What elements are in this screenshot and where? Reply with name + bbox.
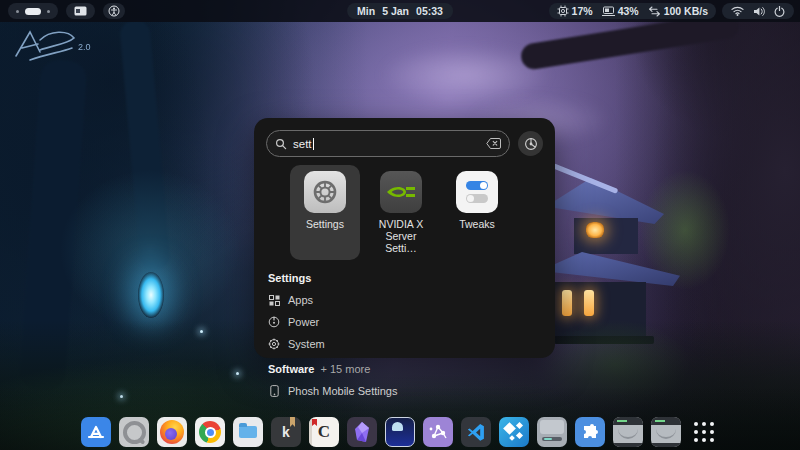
result-nvidia-settings[interactable]: NVIDIA X Server Setti… bbox=[366, 165, 436, 260]
workspace-dot bbox=[47, 10, 50, 13]
search-query-text: sett bbox=[293, 138, 312, 150]
search-results: Settings NVIDIA X Server Setti… Tweaks bbox=[290, 165, 555, 260]
network-speed: 100 KB/s bbox=[664, 5, 708, 17]
clock[interactable]: Min 5 Jan 05:33 bbox=[347, 3, 453, 19]
result-settings[interactable]: Settings bbox=[290, 165, 360, 260]
settings-app-icon bbox=[304, 171, 346, 213]
section-item-system[interactable]: System bbox=[268, 338, 541, 350]
desktop: 2.0 Min 5 Jan bbox=[0, 0, 800, 450]
quick-settings[interactable] bbox=[722, 3, 794, 19]
workspace-active bbox=[25, 8, 41, 15]
dock-app-grid-icon[interactable] bbox=[689, 417, 719, 447]
toggle-off bbox=[466, 194, 488, 203]
dock-chrome-icon[interactable] bbox=[195, 417, 225, 447]
dock: k C bbox=[0, 417, 800, 447]
dock-external-drive-icon-2[interactable] bbox=[651, 417, 681, 447]
clock-day: Min bbox=[357, 5, 375, 17]
section-item-label: Power bbox=[288, 316, 319, 328]
network-arrows-icon bbox=[648, 6, 661, 17]
clock-time: 05:33 bbox=[416, 5, 443, 17]
signature-version: 2.0 bbox=[78, 42, 91, 52]
text-caret bbox=[313, 138, 314, 150]
dock-ghost-app-icon[interactable] bbox=[385, 417, 415, 447]
workspace-indicator[interactable] bbox=[8, 3, 58, 19]
search-icon bbox=[275, 138, 287, 150]
system-stats[interactable]: 17% 43% 100 KB/s bbox=[549, 3, 716, 19]
power-icon bbox=[774, 6, 785, 17]
power-gauge-icon bbox=[268, 316, 280, 328]
section-item-apps[interactable]: Apps bbox=[268, 294, 541, 306]
dock-molecule-app-icon[interactable] bbox=[423, 417, 453, 447]
section-item-power[interactable]: Power bbox=[268, 316, 541, 328]
search-sections: Settings Apps Power System bbox=[254, 260, 555, 397]
result-label: Tweaks bbox=[459, 218, 495, 230]
wallpaper-signature: 2.0 bbox=[10, 26, 130, 86]
section-more-count: + 15 more bbox=[320, 363, 370, 375]
result-label: Settings bbox=[306, 218, 344, 230]
keyboard-toggle[interactable] bbox=[66, 3, 95, 19]
launcher-settings-button[interactable] bbox=[518, 131, 543, 156]
tweaks-app-icon bbox=[456, 171, 498, 213]
top-bar: Min 5 Jan 05:33 17% 43% bbox=[0, 0, 800, 22]
dock-files-icon[interactable] bbox=[233, 417, 263, 447]
wallpaper-portal bbox=[138, 272, 164, 318]
section-item-label: System bbox=[288, 338, 325, 350]
clear-search-icon[interactable] bbox=[486, 138, 501, 149]
memory-percent: 43% bbox=[618, 5, 639, 17]
workspace-dot bbox=[16, 10, 19, 13]
result-label: NVIDIA X Server Setti… bbox=[369, 218, 433, 254]
section-item-phosh-mobile-settings[interactable]: Phosh Mobile Settings bbox=[268, 385, 541, 397]
result-tweaks[interactable]: Tweaks bbox=[442, 165, 512, 260]
section-title: Settings bbox=[268, 272, 311, 284]
apps-grid-icon bbox=[268, 294, 280, 306]
nvidia-app-icon bbox=[380, 171, 422, 213]
search-input[interactable]: sett bbox=[266, 130, 510, 157]
dock-drive-utility-icon[interactable] bbox=[537, 417, 567, 447]
volume-icon bbox=[753, 6, 765, 17]
wifi-icon bbox=[731, 6, 744, 16]
dock-firefox-icon[interactable] bbox=[157, 417, 187, 447]
accessibility-menu[interactable] bbox=[103, 3, 125, 19]
dock-kodi-icon[interactable] bbox=[499, 417, 529, 447]
dock-calibre-icon[interactable]: C bbox=[309, 417, 339, 447]
phone-icon bbox=[268, 385, 280, 397]
app-launcher-panel: sett Settings bbox=[254, 118, 555, 358]
toggle-on bbox=[466, 181, 488, 190]
dock-extensions-icon[interactable] bbox=[575, 417, 605, 447]
dock-q-app-icon[interactable] bbox=[119, 417, 149, 447]
keyboard-icon bbox=[74, 6, 87, 16]
clock-date: 5 Jan bbox=[382, 5, 409, 17]
gear-icon bbox=[268, 338, 280, 350]
section-title: Software bbox=[268, 363, 314, 375]
dock-k-reader-icon[interactable]: k bbox=[271, 417, 301, 447]
dock-external-drive-icon[interactable] bbox=[613, 417, 643, 447]
cpu-icon bbox=[557, 5, 569, 17]
launcher-gear-icon bbox=[524, 137, 538, 151]
dock-obsidian-icon[interactable] bbox=[347, 417, 377, 447]
section-item-label: Apps bbox=[288, 294, 313, 306]
section-item-label: Phosh Mobile Settings bbox=[288, 385, 397, 397]
dock-app-store-icon[interactable] bbox=[81, 417, 111, 447]
accessibility-icon bbox=[108, 5, 120, 17]
cpu-percent: 17% bbox=[572, 5, 593, 17]
dock-vscode-icon[interactable] bbox=[461, 417, 491, 447]
memory-icon bbox=[602, 6, 615, 17]
